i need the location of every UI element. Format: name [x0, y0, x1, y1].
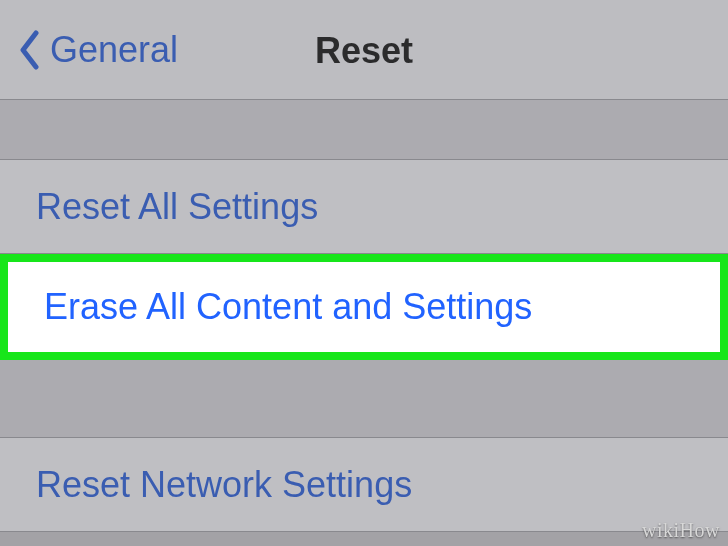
- back-label: General: [50, 29, 178, 71]
- page-title: Reset: [315, 30, 413, 72]
- back-button[interactable]: General: [0, 29, 178, 71]
- reset-network-settings-item[interactable]: Reset Network Settings: [0, 438, 728, 532]
- reset-all-settings-item[interactable]: Reset All Settings: [0, 160, 728, 254]
- highlighted-container: Erase All Content and Settings: [0, 254, 728, 360]
- reset-network-settings-label: Reset Network Settings: [36, 464, 412, 506]
- section-spacer: [0, 360, 728, 438]
- navigation-bar: General Reset: [0, 0, 728, 100]
- erase-all-content-item[interactable]: Erase All Content and Settings: [0, 254, 728, 360]
- watermark: wikiHow: [642, 519, 720, 542]
- erase-all-content-label: Erase All Content and Settings: [44, 286, 532, 328]
- chevron-left-icon: [18, 30, 40, 70]
- reset-all-settings-label: Reset All Settings: [36, 186, 318, 228]
- section-spacer: [0, 100, 728, 160]
